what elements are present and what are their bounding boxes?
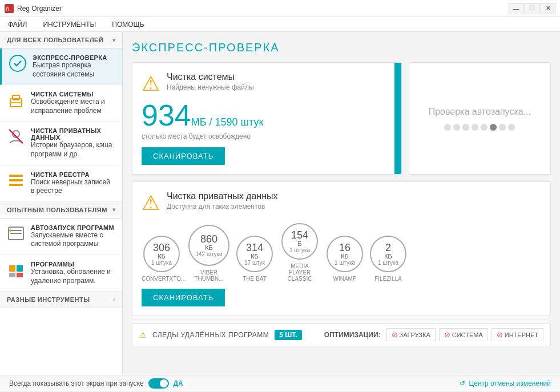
app-size-3: 314 <box>246 243 263 253</box>
card-title: Чистка системы <box>167 72 254 82</box>
svg-rect-13 <box>10 233 22 234</box>
clean-system-icon <box>7 91 25 109</box>
app-icon: R <box>5 4 14 13</box>
opt-load-label: ЗАГРУЗКА <box>400 332 430 338</box>
big-size-unit: МБ / 1590 штук <box>191 116 264 128</box>
app-circle-4: 154 Б 1 штука <box>281 223 318 260</box>
list-item: 154 Б 1 штука MEDIA PLAYER CLASSIC <box>280 223 320 282</box>
app-circle-3: 314 КБ 17 штук <box>236 236 273 272</box>
dot-6 <box>490 124 497 131</box>
big-size-number: 934 <box>142 99 191 132</box>
dots-row <box>444 124 515 131</box>
dot-5 <box>481 124 488 131</box>
svg-rect-16 <box>17 265 23 272</box>
private-card-title: Чистка приватных данных <box>167 191 278 201</box>
sidebar-item-clean-registry[interactable]: ЧИСТКА РЕЕСТРА Поиск неверных записей в … <box>0 165 122 202</box>
optimizations-section: ОПТИМИЗАЦИИ: ⊘ ЗАГРУЗКА ⊘ СИСТЕМА ⊘ ИНТЕ… <box>324 328 543 341</box>
sidebar-item-autorun[interactable]: АВТОЗАПУСК ПРОГРАММ Запускаемые вместе с… <box>0 219 122 255</box>
scan-private-button[interactable]: СКАНИРОВАТЬ <box>142 289 225 306</box>
private-data-card: ⚠ Чистка приватных данных Доступна для т… <box>132 181 551 316</box>
sidebar-item-clean-system[interactable]: ЧИСТКА СИСТЕМЫ Освобождение места и испр… <box>0 85 122 122</box>
sidebar-item-programs[interactable]: ПРОГРАММЫ Установка, обновление и удален… <box>0 255 122 292</box>
svg-rect-12 <box>10 230 22 231</box>
dot-1 <box>444 124 451 131</box>
dot-2 <box>453 124 460 131</box>
opt-item-load[interactable]: ⊘ ЗАГРУЗКА <box>386 328 436 341</box>
app-size-5: 16 <box>339 243 350 253</box>
sidebar-item-clean-private-text: ЧИСТКА ПРИВАТНЫХ ДАННЫХ Истории браузеро… <box>31 127 115 159</box>
menu-file[interactable]: ФАЙЛ <box>5 19 30 30</box>
dot-3 <box>462 124 469 131</box>
svg-rect-18 <box>17 273 23 277</box>
card-header: ⚠ Чистка системы Найдены ненужные файлы <box>142 72 388 96</box>
app-count-6: 1 штука <box>378 260 398 266</box>
app-size-4: 154 <box>291 230 308 240</box>
sidebar-section-expert-label: ОПЫТНЫМ ПОЛЬЗОВАТЕЛЯМ <box>7 207 107 213</box>
undo-label: Центр отмены изменений <box>469 379 551 387</box>
svg-rect-8 <box>9 175 23 177</box>
app-unit-2: КБ <box>205 244 213 251</box>
sidebar-item-autorun-text: АВТОЗАПУСК ПРОГРАММ Запускаемые вместе с… <box>31 224 115 249</box>
apps-row: 306 КБ 1 штука CONVERTXTO... 860 КБ 142 … <box>142 223 541 282</box>
app-count-3: 17 штук <box>244 260 265 266</box>
sidebar-item-clean-private[interactable]: ЧИСТКА ПРИВАТНЫХ ДАННЫХ Истории браузеро… <box>0 122 122 165</box>
undo-center[interactable]: ↺ Центр отмены изменений <box>460 379 551 387</box>
app-count-2: 142 штуки <box>195 251 222 257</box>
dot-8 <box>508 124 515 131</box>
autostart-text: Проверка автозапуска... <box>429 107 531 117</box>
clean-registry-icon <box>7 171 25 189</box>
title-bar-left: R Reg Organizer <box>5 4 62 13</box>
sidebar-section-all-users-label: ДЛЯ ВСЕХ ПОЛЬЗОВАТЕЛЕЙ <box>7 37 103 43</box>
programs-icon <box>7 261 25 279</box>
opt-internet-label: ИНТЕРНЕТ <box>505 332 538 338</box>
deleted-programs-section: ⚠ СЛЕДЫ УДАЛЁННЫХ ПРОГРАММ 5 ШТ. <box>139 330 302 340</box>
status-bar: Всегда показывать этот экран при запуске… <box>0 375 560 391</box>
app-circle-5: 16 КБ 1 штука <box>327 236 363 272</box>
svg-text:R: R <box>6 6 10 12</box>
always-show-toggle[interactable] <box>148 378 169 389</box>
app-name-1: CONVERTXTO... <box>142 276 182 282</box>
scan-system-button[interactable]: СКАНИРОВАТЬ <box>142 147 225 165</box>
warning-triangle-icon-2: ⚠ <box>142 191 160 215</box>
menu-help[interactable]: ПОМОЩЬ <box>108 19 147 30</box>
top-cards-row: ⚠ Чистка системы Найдены ненужные файлы … <box>132 62 551 175</box>
private-card-subtitle: Доступна для таких элементов <box>167 203 278 211</box>
app-unit-3: КБ <box>251 253 259 260</box>
app-size-2: 860 <box>200 234 217 244</box>
close-button[interactable]: ✕ <box>541 3 555 14</box>
svg-point-2 <box>10 55 26 71</box>
app-name-6: FILEZILLA <box>374 276 402 282</box>
private-card-header: ⚠ Чистка приватных данных Доступна для т… <box>142 191 541 215</box>
opt-item-internet[interactable]: ⊘ ИНТЕРНЕТ <box>491 328 543 341</box>
sidebar: ДЛЯ ВСЕХ ПОЛЬЗОВАТЕЛЕЙ ▾ ЭКСПРЕСС-ПРОВЕР… <box>0 32 123 375</box>
app-unit-6: КБ <box>384 253 392 260</box>
sidebar-section-all-users[interactable]: ДЛЯ ВСЕХ ПОЛЬЗОВАТЕЛЕЙ ▾ <box>0 32 122 49</box>
menu-tools[interactable]: ИНСТРУМЕНТЫ <box>39 19 99 30</box>
sidebar-section-misc[interactable]: РАЗНЫЕ ИНСТРУМЕНТЫ ‹ <box>0 292 122 308</box>
express-icon <box>9 54 27 72</box>
toggle-row: Всегда показывать этот экран при запуске… <box>9 378 183 389</box>
app-name-3: THE BAT <box>243 276 266 282</box>
sidebar-item-programs-text: ПРОГРАММЫ Установка, обновление и удален… <box>31 261 115 285</box>
opt-items-row: ⊘ ЗАГРУЗКА ⊘ СИСТЕМА ⊘ ИНТЕРНЕТ <box>386 328 543 341</box>
sidebar-section-expert[interactable]: ОПЫТНЫМ ПОЛЬЗОВАТЕЛЯМ ▾ <box>0 202 122 219</box>
main-container: ДЛЯ ВСЕХ ПОЛЬЗОВАТЕЛЕЙ ▾ ЭКСПРЕСС-ПРОВЕР… <box>0 32 560 375</box>
app-count-1: 1 штука <box>151 260 172 266</box>
undo-icon: ↺ <box>460 379 465 387</box>
maximize-button[interactable]: ☐ <box>525 3 539 14</box>
clean-system-card: ⚠ Чистка системы Найдены ненужные файлы … <box>132 62 402 175</box>
window-title: Reg Organizer <box>17 5 62 13</box>
dot-4 <box>472 124 478 131</box>
sidebar-item-express[interactable]: ЭКСПРЕСС-ПРОВЕРКА Быстрая проверка состо… <box>0 49 122 85</box>
minimize-button[interactable]: — <box>509 3 523 14</box>
opt-load-icon: ⊘ <box>392 330 398 339</box>
app-circle-2: 860 КБ 142 штуки <box>188 225 229 266</box>
svg-rect-9 <box>9 179 23 181</box>
svg-rect-17 <box>9 273 15 277</box>
dot-7 <box>499 124 506 131</box>
app-circle-1: 306 КБ 1 штука <box>143 236 180 272</box>
toggle-label: Всегда показывать этот экран при запуске <box>9 379 144 387</box>
card-subtitle: Найдены ненужные файлы <box>167 83 254 91</box>
opt-item-system[interactable]: ⊘ СИСТЕМА <box>439 328 488 341</box>
app-unit-5: КБ <box>341 253 349 260</box>
